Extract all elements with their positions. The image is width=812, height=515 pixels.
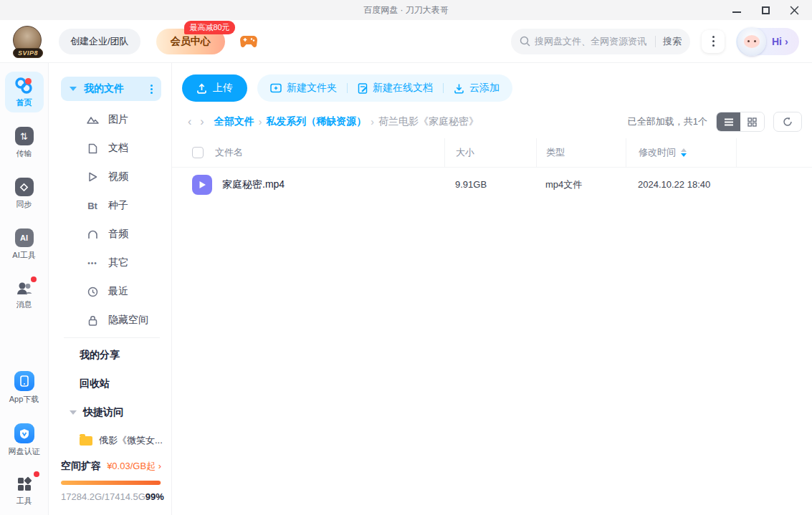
rail-item-ai-tools[interactable]: AI AI工具 <box>5 224 44 265</box>
sidebar-item-videos[interactable]: 视频 <box>49 163 171 191</box>
sidebar-item-recent[interactable]: 最近 <box>49 277 171 306</box>
folder-icon <box>80 436 92 446</box>
certification-icon <box>14 423 34 443</box>
sidebar-quick-access[interactable]: 快捷访问 <box>49 398 171 427</box>
app-download-icon <box>14 371 34 391</box>
breadcrumb-parent[interactable]: 私发系列（稀缺资源） <box>266 115 366 128</box>
breadcrumb-root[interactable]: 全部文件 <box>214 115 254 128</box>
recent-icon <box>85 287 100 297</box>
documents-label: 文档 <box>108 142 128 155</box>
search-box[interactable]: 搜索 <box>511 29 690 54</box>
messages-icon <box>15 279 34 297</box>
file-size: 9.91GB <box>455 179 487 190</box>
storage-usage-text: 17284.2G/17414.5G99% <box>61 491 161 502</box>
member-discount-badge: 最高减80元 <box>184 21 234 34</box>
account-avatar[interactable]: SVIP8 <box>13 26 43 57</box>
breadcrumb-row: ‹ › 全部文件 › 私发系列（稀缺资源） › 荷兰电影《家庭秘密》 已全部加载… <box>183 111 802 133</box>
search-submit-button[interactable]: 搜索 <box>663 35 682 48</box>
file-table: 文件名 大小 类型 修改时间 家庭秘密.mp4 9.91GB mp4文件 202… <box>172 138 812 201</box>
storage-price-link[interactable]: ¥0.03/GB起 › <box>107 460 161 473</box>
sidebar-item-hidden-space[interactable]: 隐藏空间 <box>49 306 171 334</box>
rail-label-certification: 网盘认证 <box>9 446 40 457</box>
sync-icon <box>15 178 34 196</box>
storage-progress-fill <box>61 481 161 485</box>
other-label: 其它 <box>108 256 128 269</box>
rail-label-messages: 消息 <box>16 299 32 310</box>
search-icon <box>520 36 530 47</box>
breadcrumb: 全部文件 › 私发系列（稀缺资源） › 荷兰电影《家庭秘密》 <box>214 115 479 128</box>
sidebar-item-my-share[interactable]: 我的分享 <box>49 341 171 370</box>
assistant-entry[interactable]: Hi › <box>736 28 799 55</box>
netdisk-logo-icon <box>14 76 34 95</box>
audio-icon <box>85 229 100 239</box>
window-title: 百度网盘 · 刀刀大表哥 <box>363 4 449 16</box>
toolbar-group: 新建文件夹 新建在线文档 云添加 <box>257 74 512 102</box>
maximize-button[interactable] <box>760 5 770 15</box>
rail-item-sync[interactable]: 同步 <box>5 173 44 214</box>
toolbar-divider <box>443 83 444 93</box>
cloud-add-button[interactable]: 云添加 <box>454 82 500 95</box>
file-modified: 2024.10.22 18:40 <box>638 179 710 190</box>
gamepad-icon <box>239 34 258 49</box>
search-divider <box>655 36 656 47</box>
upload-button[interactable]: 上传 <box>182 74 247 102</box>
assistant-avatar <box>737 27 766 56</box>
rail-label-home: 首页 <box>16 97 32 108</box>
sidebar-item-torrents[interactable]: Bt 种子 <box>49 191 171 220</box>
torrents-label: 种子 <box>108 199 128 212</box>
create-team-button[interactable]: 创建企业/团队 <box>59 29 140 54</box>
storage-expand-label: 空间扩容 <box>61 460 101 473</box>
sidebar-item-pictures[interactable]: 图片 <box>49 105 171 134</box>
rail-item-tools[interactable]: 工具 <box>5 471 44 511</box>
my-files-menu-icon[interactable] <box>151 85 153 94</box>
torrents-icon: Bt <box>85 201 100 211</box>
refresh-button[interactable] <box>773 112 802 132</box>
quick-access-folder[interactable]: 俄影《微笑女... <box>49 427 171 454</box>
more-menu-button[interactable] <box>702 30 725 53</box>
search-input[interactable] <box>535 36 648 47</box>
other-icon: ••• <box>85 259 100 267</box>
rail-item-app-download[interactable]: App下载 <box>5 367 44 409</box>
ai-tools-icon: AI <box>15 228 34 247</box>
rail-item-transfer[interactable]: ⇅ 传输 <box>5 122 44 163</box>
chevron-down-icon <box>70 87 77 91</box>
list-view-button[interactable] <box>717 112 740 131</box>
select-all-checkbox[interactable] <box>192 147 204 158</box>
sort-icon[interactable] <box>681 148 687 157</box>
file-name[interactable]: 家庭秘密.mp4 <box>222 178 285 191</box>
refresh-icon <box>783 117 793 127</box>
forward-button[interactable]: › <box>196 115 208 128</box>
main-content: 上传 新建文件夹 新建在线文档 <box>172 63 812 515</box>
new-online-doc-button[interactable]: 新建在线文档 <box>358 82 433 95</box>
rail-item-home[interactable]: 首页 <box>5 72 44 112</box>
quick-access-label: 快捷访问 <box>83 406 123 419</box>
audio-label: 音频 <box>108 228 128 241</box>
game-center-button[interactable] <box>239 34 258 49</box>
rail-item-certification[interactable]: 网盘认证 <box>5 419 44 461</box>
sidebar: 我的文件 图片 文档 视频 Bt 种子 <box>49 63 172 515</box>
back-button[interactable]: ‹ <box>183 115 196 128</box>
documents-icon <box>85 143 100 154</box>
pictures-icon <box>85 115 100 125</box>
column-type[interactable]: 类型 <box>546 146 565 159</box>
rail-label-transfer: 传输 <box>16 148 32 159</box>
table-row[interactable]: 家庭秘密.mp4 9.91GB mp4文件 2024.10.22 18:40 <box>172 168 812 201</box>
file-toolbar: 上传 新建文件夹 新建在线文档 <box>182 74 812 102</box>
sidebar-item-documents[interactable]: 文档 <box>49 134 171 163</box>
sidebar-item-audio[interactable]: 音频 <box>49 220 171 249</box>
rail-item-messages[interactable]: 消息 <box>5 275 44 314</box>
new-folder-button[interactable]: 新建文件夹 <box>270 82 337 95</box>
sidebar-item-recycle-bin[interactable]: 回收站 <box>49 370 171 398</box>
load-status: 已全部加载，共1个 <box>628 115 707 128</box>
grid-view-button[interactable] <box>740 112 764 131</box>
sidebar-item-my-files[interactable]: 我的文件 <box>61 77 161 101</box>
chevron-down-icon <box>70 410 77 415</box>
column-size[interactable]: 大小 <box>456 146 474 159</box>
close-button[interactable] <box>789 5 799 15</box>
minimize-button[interactable] <box>732 5 742 15</box>
rail-label-tools: 工具 <box>16 496 32 506</box>
column-modified[interactable]: 修改时间 <box>639 146 676 159</box>
sidebar-item-other[interactable]: ••• 其它 <box>49 249 171 277</box>
videos-label: 视频 <box>108 170 128 183</box>
table-header: 文件名 大小 类型 修改时间 <box>172 138 812 168</box>
